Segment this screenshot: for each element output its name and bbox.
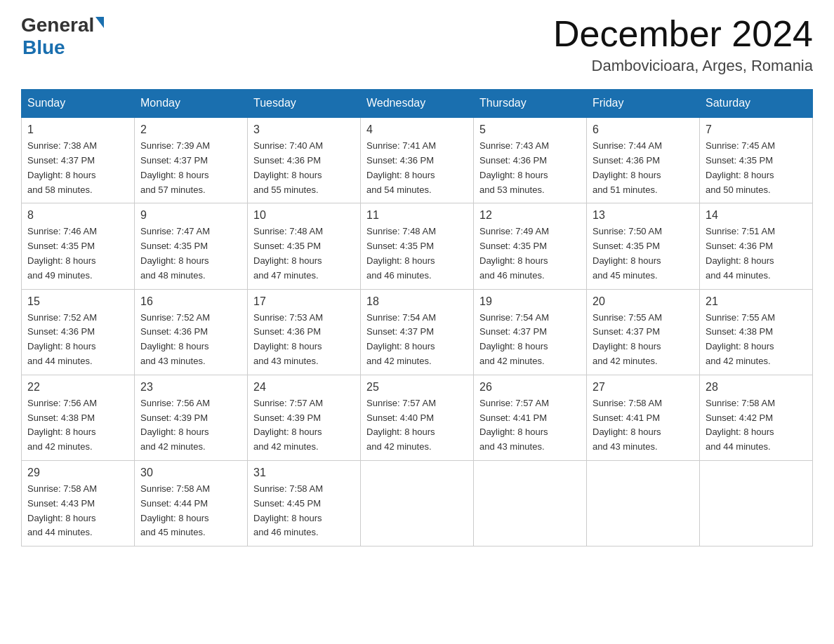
calendar-cell: 10Sunrise: 7:48 AMSunset: 4:35 PMDayligh…	[248, 203, 361, 289]
day-number: 14	[706, 209, 807, 222]
day-info: Sunrise: 7:51 AMSunset: 4:36 PMDaylight:…	[706, 224, 807, 283]
day-info: Sunrise: 7:50 AMSunset: 4:35 PMDaylight:…	[593, 224, 694, 283]
title-section: December 2024 Dambovicioara, Arges, Roma…	[553, 14, 813, 75]
header-monday: Monday	[135, 90, 248, 118]
calendar-cell: 23Sunrise: 7:56 AMSunset: 4:39 PMDayligh…	[135, 375, 248, 460]
week-row-4: 22Sunrise: 7:56 AMSunset: 4:38 PMDayligh…	[22, 375, 813, 460]
calendar-cell: 17Sunrise: 7:53 AMSunset: 4:36 PMDayligh…	[248, 289, 361, 375]
calendar-cell: 18Sunrise: 7:54 AMSunset: 4:37 PMDayligh…	[361, 289, 474, 375]
calendar-cell: 2Sunrise: 7:39 AMSunset: 4:37 PMDaylight…	[135, 117, 248, 203]
calendar-cell	[587, 460, 700, 546]
day-number: 30	[140, 467, 241, 479]
calendar-cell: 5Sunrise: 7:43 AMSunset: 4:36 PMDaylight…	[474, 117, 587, 203]
header-wednesday: Wednesday	[361, 90, 474, 118]
day-info: Sunrise: 7:44 AMSunset: 4:36 PMDaylight:…	[593, 139, 694, 197]
calendar-header-row: SundayMondayTuesdayWednesdayThursdayFrid…	[22, 90, 813, 118]
day-number: 8	[27, 209, 128, 222]
logo-triangle-icon	[95, 17, 104, 28]
day-info: Sunrise: 7:55 AMSunset: 4:37 PMDaylight:…	[593, 311, 694, 369]
day-number: 5	[479, 123, 581, 136]
calendar-cell: 15Sunrise: 7:52 AMSunset: 4:36 PMDayligh…	[22, 289, 135, 375]
day-info: Sunrise: 7:45 AMSunset: 4:35 PMDaylight:…	[706, 139, 807, 197]
day-info: Sunrise: 7:41 AMSunset: 4:36 PMDaylight:…	[366, 139, 468, 197]
logo-blue-text: Blue	[22, 36, 65, 58]
header-saturday: Saturday	[700, 90, 813, 118]
day-info: Sunrise: 7:58 AMSunset: 4:45 PMDaylight:…	[253, 482, 355, 540]
header-sunday: Sunday	[22, 90, 135, 118]
calendar-cell: 8Sunrise: 7:46 AMSunset: 4:35 PMDaylight…	[22, 203, 135, 289]
day-number: 2	[140, 123, 241, 136]
day-number: 17	[253, 295, 355, 308]
day-number: 11	[366, 209, 468, 222]
month-title: December 2024	[553, 14, 813, 54]
day-number: 4	[366, 123, 468, 136]
day-info: Sunrise: 7:57 AMSunset: 4:40 PMDaylight:…	[366, 396, 468, 455]
day-info: Sunrise: 7:39 AMSunset: 4:37 PMDaylight:…	[140, 139, 241, 197]
day-info: Sunrise: 7:47 AMSunset: 4:35 PMDaylight:…	[140, 224, 241, 283]
calendar-cell: 16Sunrise: 7:52 AMSunset: 4:36 PMDayligh…	[135, 289, 248, 375]
day-number: 26	[479, 381, 581, 394]
header-friday: Friday	[587, 90, 700, 118]
day-number: 9	[140, 209, 241, 222]
day-info: Sunrise: 7:56 AMSunset: 4:38 PMDaylight:…	[27, 396, 128, 455]
calendar-cell	[474, 460, 587, 546]
week-row-2: 8Sunrise: 7:46 AMSunset: 4:35 PMDaylight…	[22, 203, 813, 289]
week-row-1: 1Sunrise: 7:38 AMSunset: 4:37 PMDaylight…	[22, 117, 813, 203]
calendar-cell: 7Sunrise: 7:45 AMSunset: 4:35 PMDaylight…	[700, 117, 813, 203]
day-number: 28	[706, 381, 807, 394]
day-info: Sunrise: 7:58 AMSunset: 4:41 PMDaylight:…	[593, 396, 694, 455]
header-tuesday: Tuesday	[248, 90, 361, 118]
header-thursday: Thursday	[474, 90, 587, 118]
day-number: 12	[479, 209, 581, 222]
day-number: 22	[27, 381, 128, 394]
day-number: 18	[366, 295, 468, 308]
day-number: 23	[140, 381, 241, 394]
calendar-cell: 28Sunrise: 7:58 AMSunset: 4:42 PMDayligh…	[700, 375, 813, 460]
day-number: 7	[706, 123, 807, 136]
calendar-cell: 26Sunrise: 7:57 AMSunset: 4:41 PMDayligh…	[474, 375, 587, 460]
day-info: Sunrise: 7:48 AMSunset: 4:35 PMDaylight:…	[366, 224, 468, 283]
day-number: 3	[253, 123, 355, 136]
calendar-cell: 27Sunrise: 7:58 AMSunset: 4:41 PMDayligh…	[587, 375, 700, 460]
day-info: Sunrise: 7:58 AMSunset: 4:42 PMDaylight:…	[706, 396, 807, 455]
day-info: Sunrise: 7:43 AMSunset: 4:36 PMDaylight:…	[479, 139, 581, 197]
day-info: Sunrise: 7:52 AMSunset: 4:36 PMDaylight:…	[140, 311, 241, 369]
calendar-cell: 4Sunrise: 7:41 AMSunset: 4:36 PMDaylight…	[361, 117, 474, 203]
calendar-cell: 13Sunrise: 7:50 AMSunset: 4:35 PMDayligh…	[587, 203, 700, 289]
day-info: Sunrise: 7:56 AMSunset: 4:39 PMDaylight:…	[140, 396, 241, 455]
day-number: 25	[366, 381, 468, 394]
day-number: 27	[593, 381, 694, 394]
week-row-3: 15Sunrise: 7:52 AMSunset: 4:36 PMDayligh…	[22, 289, 813, 375]
day-number: 13	[593, 209, 694, 222]
day-info: Sunrise: 7:57 AMSunset: 4:41 PMDaylight:…	[479, 396, 581, 455]
day-info: Sunrise: 7:46 AMSunset: 4:35 PMDaylight:…	[27, 224, 128, 283]
calendar-cell: 22Sunrise: 7:56 AMSunset: 4:38 PMDayligh…	[22, 375, 135, 460]
calendar-cell	[700, 460, 813, 546]
calendar-cell: 25Sunrise: 7:57 AMSunset: 4:40 PMDayligh…	[361, 375, 474, 460]
day-info: Sunrise: 7:55 AMSunset: 4:38 PMDaylight:…	[706, 311, 807, 369]
calendar-table: SundayMondayTuesdayWednesdayThursdayFrid…	[21, 89, 813, 546]
day-number: 10	[253, 209, 355, 222]
calendar-cell: 31Sunrise: 7:58 AMSunset: 4:45 PMDayligh…	[248, 460, 361, 546]
logo-general-text: General	[21, 14, 94, 36]
calendar-cell: 21Sunrise: 7:55 AMSunset: 4:38 PMDayligh…	[700, 289, 813, 375]
page-header: General Blue December 2024 Dambovicioara…	[21, 14, 813, 75]
day-info: Sunrise: 7:58 AMSunset: 4:44 PMDaylight:…	[140, 482, 241, 540]
day-info: Sunrise: 7:58 AMSunset: 4:43 PMDaylight:…	[27, 482, 128, 540]
day-number: 15	[27, 295, 128, 308]
day-info: Sunrise: 7:49 AMSunset: 4:35 PMDaylight:…	[479, 224, 581, 283]
calendar-cell: 29Sunrise: 7:58 AMSunset: 4:43 PMDayligh…	[22, 460, 135, 546]
calendar-cell: 11Sunrise: 7:48 AMSunset: 4:35 PMDayligh…	[361, 203, 474, 289]
day-number: 6	[593, 123, 694, 136]
calendar-cell: 20Sunrise: 7:55 AMSunset: 4:37 PMDayligh…	[587, 289, 700, 375]
day-info: Sunrise: 7:40 AMSunset: 4:36 PMDaylight:…	[253, 139, 355, 197]
day-number: 21	[706, 295, 807, 308]
calendar-cell: 12Sunrise: 7:49 AMSunset: 4:35 PMDayligh…	[474, 203, 587, 289]
calendar-cell: 1Sunrise: 7:38 AMSunset: 4:37 PMDaylight…	[22, 117, 135, 203]
calendar-cell	[361, 460, 474, 546]
day-info: Sunrise: 7:53 AMSunset: 4:36 PMDaylight:…	[253, 311, 355, 369]
day-number: 19	[479, 295, 581, 308]
day-number: 16	[140, 295, 241, 308]
day-info: Sunrise: 7:54 AMSunset: 4:37 PMDaylight:…	[479, 311, 581, 369]
logo: General Blue	[21, 14, 104, 59]
